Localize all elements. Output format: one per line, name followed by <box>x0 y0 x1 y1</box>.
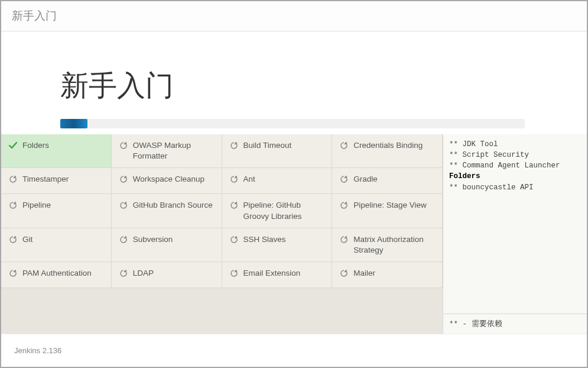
log-line: ** Command Agent Launcher <box>449 160 581 171</box>
plugin-label: Email Extension <box>243 268 301 279</box>
plugin-cell: Subversion <box>112 228 222 262</box>
refresh-icon <box>229 175 239 184</box>
plugin-cell: Pipeline <box>1 194 112 228</box>
plugin-label: Pipeline <box>22 200 51 211</box>
refresh-icon <box>229 201 239 210</box>
main-title-section: 新手入门 <box>1 31 587 119</box>
log-line: ** JDK Tool <box>449 139 581 150</box>
plugin-cell: Git <box>1 228 112 262</box>
plugin-cell: Build Timeout <box>222 134 333 168</box>
refresh-icon <box>8 235 18 244</box>
log-line: Folders <box>449 171 581 182</box>
header-bar: 新手入门 <box>1 1 587 31</box>
plugin-cell: Email Extension <box>222 262 333 288</box>
plugin-cell: PAM Authentication <box>1 262 112 288</box>
plugin-label: Build Timeout <box>243 140 292 151</box>
refresh-icon <box>339 201 349 210</box>
plugin-label: GitHub Branch Source <box>133 200 213 211</box>
refresh-icon <box>119 269 128 278</box>
refresh-icon <box>229 269 239 278</box>
refresh-icon <box>339 141 349 150</box>
check-icon <box>8 141 18 150</box>
refresh-icon <box>8 269 18 278</box>
plugin-label: Workspace Cleanup <box>133 174 204 185</box>
progress-bar <box>60 119 525 128</box>
content-row: FoldersOWASP Markup FormatterBuild Timeo… <box>1 134 587 334</box>
plugin-cell: Pipeline: Stage View <box>332 194 443 228</box>
plugin-cell: Folders <box>1 134 112 168</box>
refresh-icon <box>339 175 349 184</box>
plugin-cell: Workspace Cleanup <box>112 168 222 194</box>
plugin-label: Matrix Authorization Strategy <box>353 234 435 256</box>
footer: Jenkins 2.136 <box>1 334 587 367</box>
plugin-cell: LDAP <box>112 262 222 288</box>
plugin-cell: Pipeline: GitHub Groovy Libraries <box>222 194 333 228</box>
plugin-cell: OWASP Markup Formatter <box>112 134 222 168</box>
refresh-icon <box>8 175 18 184</box>
plugin-label: Folders <box>22 140 49 151</box>
refresh-icon <box>339 235 349 244</box>
plugin-label: Credentials Binding <box>353 140 423 151</box>
plugin-cell: GitHub Branch Source <box>112 194 222 228</box>
plugin-label: Git <box>22 234 33 245</box>
plugin-cell: SSH Slaves <box>222 228 333 262</box>
plugin-cell: Credentials Binding <box>332 134 443 168</box>
refresh-icon <box>229 235 239 244</box>
plugin-label: Mailer <box>353 268 375 279</box>
plugin-label: Gradle <box>353 174 378 185</box>
install-log-footer: ** - 需要依赖 <box>443 314 587 334</box>
main-title: 新手入门 <box>60 67 587 105</box>
refresh-icon <box>119 201 128 210</box>
refresh-icon <box>119 235 128 244</box>
header-title: 新手入门 <box>12 8 576 24</box>
plugin-label: LDAP <box>133 268 154 279</box>
install-log: ** JDK Tool** Script Security** Command … <box>443 134 587 314</box>
progress-bar-fill <box>60 119 87 128</box>
plugin-label: Pipeline: Stage View <box>353 200 427 211</box>
plugin-label: OWASP Markup Formatter <box>133 140 215 162</box>
log-line: ** bouncycastle API <box>449 182 581 193</box>
refresh-icon <box>339 269 349 278</box>
refresh-icon <box>119 175 128 184</box>
plugin-cell: Gradle <box>332 168 443 194</box>
log-line: ** Script Security <box>449 150 581 160</box>
plugin-label: Subversion <box>133 234 173 245</box>
plugin-label: Ant <box>243 174 255 185</box>
plugin-label: SSH Slaves <box>243 234 286 245</box>
plugin-label: PAM Authentication <box>22 268 92 279</box>
refresh-icon <box>8 201 18 210</box>
plugin-label: Pipeline: GitHub Groovy Libraries <box>243 200 325 221</box>
jenkins-version: Jenkins 2.136 <box>14 346 61 355</box>
plugin-cell: Ant <box>222 168 333 194</box>
setup-wizard: 新手入门 新手入门 FoldersOWASP Markup FormatterB… <box>1 1 587 367</box>
install-log-sidebar: ** JDK Tool** Script Security** Command … <box>443 134 587 334</box>
refresh-icon <box>119 141 128 150</box>
plugin-label: Timestamper <box>22 174 69 185</box>
refresh-icon <box>229 141 239 150</box>
plugin-cell: Timestamper <box>1 168 112 194</box>
plugins-grid: FoldersOWASP Markup FormatterBuild Timeo… <box>1 134 443 334</box>
plugin-cell: Mailer <box>332 262 443 288</box>
plugin-cell: Matrix Authorization Strategy <box>332 228 443 262</box>
